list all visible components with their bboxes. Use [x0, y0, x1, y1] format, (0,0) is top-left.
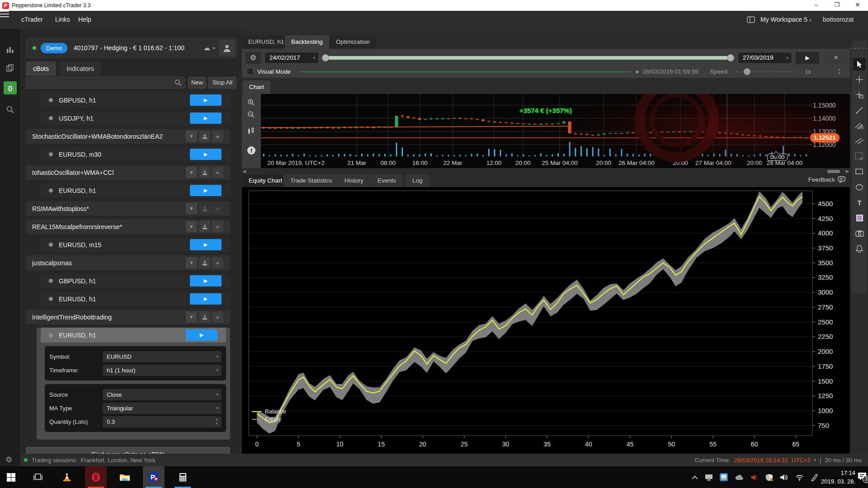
start-cbot-button[interactable]: ▶ — [190, 113, 222, 124]
equidistant-channel-icon[interactable]: E — [853, 119, 866, 132]
play-backtest-button[interactable]: ▶ — [796, 52, 819, 64]
tab-events[interactable]: Events — [371, 174, 403, 187]
cbot-row[interactable]: tohasticOscillator+WMA+CCl▼+ — [26, 165, 230, 180]
start-cbot-button[interactable]: ▶ — [190, 275, 222, 286]
start-cbot-button[interactable]: ▶ — [190, 239, 222, 250]
add-instance-icon[interactable]: + — [212, 311, 223, 323]
start-cbot-button[interactable]: ▶ — [190, 185, 222, 196]
new-cbot-button[interactable]: New — [188, 77, 206, 89]
crosshair-box-icon[interactable] — [853, 89, 866, 101]
monitor-icon[interactable] — [705, 474, 713, 481]
chevron-down-icon[interactable]: ▾ — [216, 403, 218, 414]
fibonacci-icon[interactable]: F — [853, 150, 866, 163]
hamburger-menu-icon[interactable] — [0, 11, 9, 17]
ellipse-icon[interactable] — [853, 181, 866, 193]
copy-pages-icon[interactable] — [4, 61, 17, 75]
trendline-icon[interactable] — [853, 104, 866, 117]
parameter-select[interactable]: Close▾ — [103, 389, 222, 400]
date-range-slider[interactable] — [324, 56, 732, 60]
visual-mode-checkbox[interactable] — [246, 68, 254, 75]
market-scanner-icon[interactable] — [4, 103, 17, 116]
cbot-row[interactable]: RSIMAwithstoploss*▼+ — [26, 201, 230, 216]
rectangle-icon[interactable] — [853, 165, 866, 178]
speed-slider-handle[interactable] — [744, 68, 750, 75]
expand-chevron-icon[interactable]: ▼ — [186, 167, 197, 178]
workspace-icon[interactable] — [747, 16, 755, 23]
algo-trade-icon[interactable] — [4, 42, 17, 56]
stepper-arrows-icon[interactable]: ▲▼ — [215, 417, 218, 426]
zoom-in-icon[interactable] — [247, 99, 255, 107]
start-cbot-button[interactable]: ▶ — [190, 94, 222, 106]
account-selector[interactable]: Demo 4010797 - Hedging - € 1 016.62 - 1:… — [26, 38, 237, 58]
cbot-instance-row[interactable]: USDJPY, h1▶ — [41, 111, 230, 126]
close-button[interactable]: ✕ — [847, 0, 868, 11]
maximize-button[interactable]: ❐ — [826, 0, 847, 11]
feedback-button[interactable]: Feedback — [808, 176, 845, 183]
start-cbot-button[interactable]: ▶ — [190, 149, 222, 160]
chevron-down-icon[interactable]: ▾ — [814, 458, 816, 462]
backtest-icon[interactable] — [199, 221, 210, 232]
tab-symbol-chart[interactable]: EURUSD, h1 — [242, 35, 291, 49]
price-chart[interactable]: 1.150001.140001.130001.1200020 Mar 2019,… — [261, 94, 850, 168]
color-swatch-icon[interactable] — [853, 211, 866, 224]
tab-cbots[interactable]: cBots — [26, 61, 56, 76]
expand-chevron-icon[interactable]: ▼ — [186, 311, 197, 323]
crosshair-icon[interactable] — [853, 73, 866, 86]
pepperstone-taskbar-icon[interactable]: P — [143, 466, 165, 488]
user-name[interactable]: botisorozat — [823, 16, 854, 23]
backtest-icon[interactable] — [199, 311, 210, 323]
parameter-select[interactable]: EURUSD▾ — [103, 351, 222, 362]
tab-chart[interactable]: Chart — [243, 80, 270, 94]
onedrive-cloud-icon[interactable] — [735, 474, 744, 480]
speaker-icon[interactable] — [780, 474, 788, 481]
cursor-icon[interactable] — [853, 58, 866, 70]
cbot-instance-row[interactable]: GBPUSD, h1▶ — [41, 93, 230, 108]
backtest-icon[interactable] — [199, 257, 210, 268]
bell-icon[interactable] — [853, 242, 866, 255]
add-instance-icon[interactable]: + — [212, 167, 223, 178]
hscroll-thumb[interactable] — [827, 170, 840, 173]
vlc-taskbar-icon[interactable] — [56, 466, 78, 488]
expand-chevron-icon[interactable]: ▼ — [186, 203, 197, 214]
add-instance-icon[interactable]: + — [212, 221, 223, 232]
chevron-down-icon[interactable]: ▾ — [216, 389, 218, 400]
backtest-icon[interactable] — [199, 167, 210, 178]
minimize-button[interactable]: – — [806, 0, 826, 11]
backtest-settings-button[interactable]: ⚙ — [245, 52, 261, 64]
defender-shield-warning-icon[interactable]: ! — [765, 474, 773, 481]
workspace-selector[interactable]: My Workspace 5 ▾ — [760, 16, 811, 23]
parallel-lines-icon[interactable] — [853, 135, 866, 147]
menu-ctrader[interactable]: cTrader — [21, 16, 43, 23]
notification-center-icon[interactable]: 3 — [857, 472, 867, 481]
opera-taskbar-icon[interactable] — [85, 466, 107, 488]
start-cbot-button[interactable]: ▶ — [186, 329, 217, 341]
tab-optimization[interactable]: Optimization — [330, 35, 376, 49]
cbot-row[interactable]: justscalpsmas▼+ — [26, 255, 230, 270]
expand-chevron-icon[interactable]: ▼ — [186, 221, 197, 232]
cbot-row[interactable]: REAL15Mscalpefromrsireverse*▼+ — [26, 219, 230, 234]
volume-mixer-red-icon[interactable] — [751, 474, 759, 481]
range-start-handle[interactable] — [322, 54, 329, 61]
scroll-right-icon[interactable]: ▶ — [846, 169, 849, 174]
search-input[interactable] — [26, 77, 185, 89]
cbot-instance-row[interactable]: EURUSD, h1▶ — [41, 291, 230, 306]
facebook-icon[interactable]: f — [247, 146, 256, 155]
end-date-select[interactable]: 27/03/2019▾ — [738, 52, 792, 64]
parameter-select[interactable]: Triangular▾ — [103, 403, 222, 414]
scroll-left-icon[interactable]: ◀ — [243, 169, 246, 174]
cbot-instance-row-selected[interactable]: EURUSD, h1▶ — [41, 328, 226, 343]
backtest-icon[interactable] — [199, 131, 210, 142]
expand-chevron-icon[interactable]: ▼ — [186, 257, 197, 268]
start-date-select[interactable]: 24/02/2017▾ — [264, 52, 319, 64]
chevron-down-icon[interactable]: ▾ — [216, 365, 218, 376]
tab-trade-statistics[interactable]: Trade Statistics — [283, 174, 339, 187]
backtest-icon[interactable] — [199, 203, 210, 214]
add-instance-icon[interactable]: + — [212, 203, 223, 214]
timezone-value[interactable]: UTC+2 — [792, 457, 811, 464]
pen-icon[interactable] — [811, 474, 818, 481]
calculator-taskbar-icon[interactable] — [172, 466, 193, 488]
tab-equity-chart[interactable]: Equity Chart — [242, 174, 289, 187]
chart-hscrollbar[interactable]: ◀ ▶ — [242, 169, 850, 174]
parameter-stepper[interactable]: 0.3▲▼ — [103, 416, 222, 427]
tab-history[interactable]: History — [338, 174, 370, 187]
